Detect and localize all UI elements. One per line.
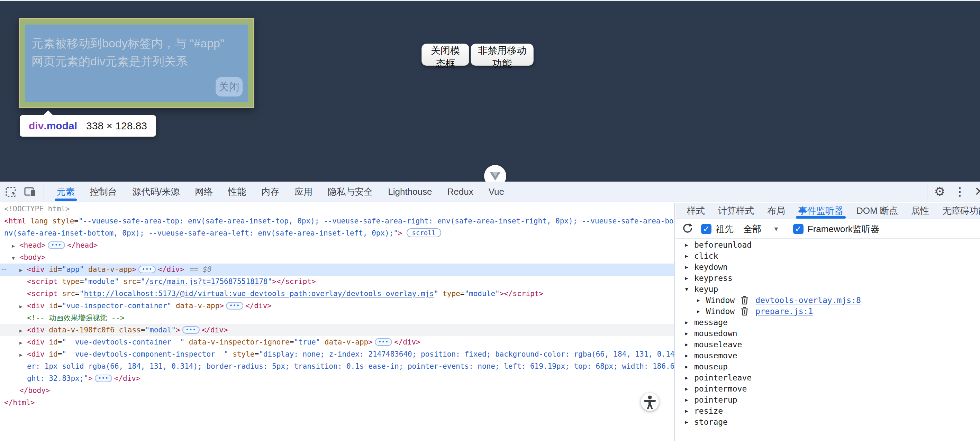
dom-tree-line[interactable]: ▶<div id="__vue-devtools-container__" da… [0,336,674,348]
expand-triangle-closed-icon[interactable]: ▶ [685,361,694,372]
event-listener-row-keyup[interactable]: ▼keyup [676,284,980,295]
devtools-tab-lighthouse[interactable]: Lighthouse [380,182,439,201]
sidebar-tab-properties[interactable]: 属性 [905,203,936,219]
dom-tree-line[interactable]: ▼<body> [0,251,674,263]
settings-gear-icon[interactable]: ⚙ [934,182,945,201]
devtools-tab-elements[interactable]: 元素 [49,182,82,201]
dom-tree-line[interactable]: <script src="http://localhost:5173/@id/v… [0,288,674,300]
event-handler-row[interactable]: ▶Windowprepare.js:1 [676,306,980,317]
expand-triangle-closed-icon[interactable]: ▶ [12,240,19,251]
collapsed-children-ellipsis-button[interactable]: ••• [48,241,65,249]
dom-tree-line[interactable]: <!DOCTYPE html> [0,203,674,215]
expand-triangle-closed-icon[interactable]: ▶ [685,372,694,383]
remove-listener-trash-icon[interactable] [740,306,749,316]
sidebar-tab-dom-breakpoints[interactable]: DOM 断点 [850,203,905,219]
event-listener-row-pointerleave[interactable]: ▶pointerleave [676,372,980,383]
dom-tree-line[interactable]: ▶<div id="__vue-devtools-component-inspe… [0,348,674,360]
expand-triangle-closed-icon[interactable]: ▶ [685,394,694,405]
event-listener-row-mouseup[interactable]: ▶mouseup [676,361,980,372]
event-listener-row-storage[interactable]: ▶storage [676,416,980,428]
close-devtools-icon[interactable]: ✕ [974,182,980,201]
expand-triangle-closed-icon[interactable]: ▶ [685,405,694,416]
handler-source-link[interactable]: prepare.js:1 [756,306,813,317]
event-listener-row-resize[interactable]: ▶resize [676,405,980,416]
dom-tree-line[interactable]: ▶<div data-v-198fc0f6 class="modal">•••<… [0,324,674,336]
expand-triangle-closed-icon[interactable]: ▶ [19,349,27,360]
inspect-element-icon[interactable] [5,185,19,198]
event-listener-row-pointermove[interactable]: ▶pointermove [676,383,980,394]
event-listener-row-pointerup[interactable]: ▶pointerup [676,394,980,405]
event-listener-row-keydown[interactable]: ▶keydown [676,262,980,273]
expand-triangle-closed-icon[interactable]: ▶ [685,383,694,394]
dom-tree-line[interactable]: ▶<div id="vue-inspector-container" data-… [0,300,674,312]
dom-tree-line[interactable]: ⋯▶<div id="app" data-v-app>•••</div>== $… [0,263,674,276]
sidebar-tab-computed[interactable]: 计算样式 [711,203,760,219]
expand-triangle-closed-icon[interactable]: ▶ [685,350,694,361]
row-actions-dots-icon[interactable]: ⋯ [2,263,6,276]
devtools-tab-redux[interactable]: Redux [439,182,480,201]
handler-source-link[interactable]: devtools-overlay.mjs:8 [756,295,861,306]
more-options-kebab-icon[interactable]: ⋮ [955,182,966,201]
enable-move-button[interactable]: 非禁用移动功能 [471,44,534,66]
event-listener-row-beforeunload[interactable]: ▶beforeunload [676,240,980,251]
expand-triangle-closed-icon[interactable]: ▶ [685,317,694,328]
expand-triangle-closed-icon[interactable]: ▶ [685,273,694,284]
collapsed-children-ellipsis-button[interactable]: ••• [226,302,243,309]
expand-triangle-closed-icon[interactable]: ▶ [685,251,694,262]
dom-tree-line[interactable]: <script type="module" src="/src/main.js?… [0,276,674,288]
expand-triangle-closed-icon[interactable]: ▶ [697,306,706,317]
collapsed-children-ellipsis-button[interactable]: ••• [182,326,200,334]
devtools-tab-memory[interactable]: 内存 [254,182,287,201]
expand-triangle-open-icon[interactable]: ▼ [685,284,694,295]
devtools-tab-console[interactable]: 控制台 [82,182,124,201]
expand-triangle-closed-icon[interactable]: ▶ [19,264,27,276]
dom-tree-line[interactable]: ght: 32.83px;">•••</div> [0,373,674,385]
expand-triangle-closed-icon[interactable]: ▶ [685,416,694,428]
collapsed-children-ellipsis-button[interactable]: ••• [138,266,156,273]
sidebar-tab-styles[interactable]: 样式 [680,203,711,219]
sidebar-tab-event-listeners[interactable]: 事件监听器 [792,203,850,219]
dom-tree-line[interactable]: </html> [0,397,674,409]
devtools-tab-application[interactable]: 应用 [287,182,320,201]
remove-listener-trash-icon[interactable] [740,295,749,305]
code-token-link[interactable]: http://localhost:5173/@id/virtual:vue-de… [84,290,434,298]
dom-tree-line[interactable]: nv(safe-area-inset-bottom, 0px); --vueus… [0,227,674,240]
expand-triangle-open-icon[interactable]: ▼ [12,252,19,263]
event-listener-row-mousemove[interactable]: ▶mousemove [676,350,980,361]
expand-triangle-closed-icon[interactable]: ▶ [685,240,694,251]
close-modal-button[interactable]: 关闭模态框 [422,44,469,66]
dom-tree-line[interactable]: er: 1px solid rgba(66, 184, 131, 0.314);… [0,360,674,373]
event-listener-row-click[interactable]: ▶click [676,251,980,262]
dom-tree-line[interactable]: <html lang style="--vueuse-safe-area-top… [0,215,674,227]
dom-tree-line[interactable]: </body> [0,385,674,397]
dom-tree-line[interactable]: ▶<head>•••</head> [0,240,674,251]
devtools-tab-privacy-security[interactable]: 隐私与安全 [320,182,380,201]
devtools-tab-vue[interactable]: Vue [481,182,512,201]
device-toolbar-icon[interactable] [24,185,37,198]
expand-triangle-closed-icon[interactable]: ▶ [685,262,694,273]
expand-triangle-closed-icon[interactable]: ▶ [19,301,27,312]
listener-scope-dropdown[interactable]: 全部 ▼ [743,223,779,235]
collapsed-children-ellipsis-button[interactable]: ••• [95,374,112,382]
framework-listeners-checkbox[interactable]: ✓ [793,224,803,234]
sidebar-tab-layout[interactable]: 布局 [760,203,792,219]
ancestors-checkbox[interactable]: ✓ [701,224,711,234]
devtools-tab-sources[interactable]: 源代码/来源 [124,182,187,201]
scroll-badge[interactable]: scroll [407,228,442,237]
expand-triangle-closed-icon[interactable]: ▶ [19,325,27,336]
event-listener-row-message[interactable]: ▶message [676,317,980,328]
collapsed-children-ellipsis-button[interactable]: ••• [375,338,392,346]
devtools-tab-network[interactable]: 网络 [187,182,220,201]
event-handler-row[interactable]: ▶Windowdevtools-overlay.mjs:8 [676,295,980,306]
expand-triangle-closed-icon[interactable]: ▶ [685,339,694,350]
expand-triangle-closed-icon[interactable]: ▶ [19,337,27,348]
expand-triangle-closed-icon[interactable]: ▶ [697,295,706,306]
devtools-tab-performance[interactable]: 性能 [220,182,254,201]
event-listener-row-mouseleave[interactable]: ▶mouseleave [676,339,980,350]
event-listener-row-keypress[interactable]: ▶keypress [676,273,980,284]
code-token-link[interactable]: /src/main.js?t=1756875518178 [145,278,267,286]
refresh-icon[interactable] [682,222,694,236]
modal-close-button[interactable]: 关闭 [216,77,243,97]
event-listener-row-mousedown[interactable]: ▶mousedown [676,328,980,339]
expand-triangle-closed-icon[interactable]: ▶ [685,328,694,339]
